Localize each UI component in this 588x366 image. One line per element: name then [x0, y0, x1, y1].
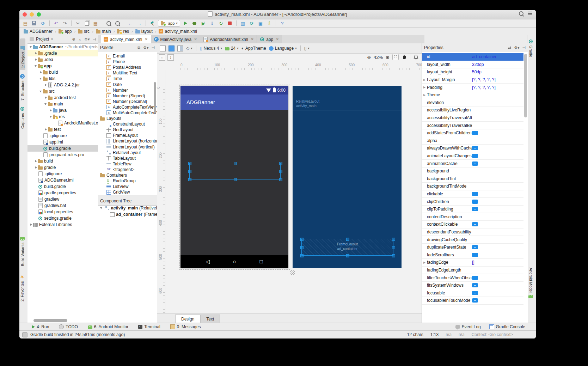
boolean-toggle[interactable]: –	[472, 192, 478, 196]
tree-expand-icon[interactable]	[34, 165, 38, 170]
property-value[interactable]: 320dp	[472, 62, 484, 67]
notifications-bell-icon[interactable]	[413, 54, 419, 60]
zoom-out-icon[interactable]: ⊖	[367, 55, 371, 60]
property-row[interactable]: filterTouchesWhenObscured–	[422, 274, 523, 282]
run-button[interactable]	[183, 20, 189, 26]
project-tree-item[interactable]: .idea	[27, 56, 98, 63]
property-value[interactable]: 50dp	[472, 69, 482, 74]
property-expand-icon[interactable]: ▶	[422, 93, 427, 97]
project-tree-item[interactable]: libs	[27, 75, 98, 82]
toolwindow-button[interactable]: 6: Android Monitor	[88, 324, 128, 329]
toolwindow-toggle-icon[interactable]	[22, 332, 27, 337]
chevron-down-icon[interactable]: ▾	[51, 37, 53, 41]
horizontal-scrollbar[interactable]	[33, 319, 67, 322]
vertical-scrollbar[interactable]	[524, 54, 527, 117]
selection-handle[interactable]	[188, 178, 191, 181]
preview-icon[interactable]: ⧉	[137, 45, 140, 50]
sdk-button[interactable]: ⇩	[266, 20, 272, 26]
close-tab-icon[interactable]: ✕	[194, 37, 197, 42]
property-row[interactable]: focusableInTouchMode–	[422, 297, 523, 305]
property-row[interactable]: idad_container	[422, 53, 523, 61]
tree-expand-icon[interactable]	[34, 64, 38, 68]
vertical-scrollbar[interactable]	[154, 82, 156, 113]
canvas-resize-grip[interactable]	[290, 270, 295, 275]
tree-expand-icon[interactable]	[29, 45, 33, 49]
property-value[interactable]: [?, ?, ?, ?, ?]	[472, 85, 496, 90]
tree-expand-icon[interactable]	[34, 51, 38, 55]
device-content-area[interactable]	[180, 110, 288, 255]
selection-handle[interactable]	[392, 238, 395, 241]
zoom-fit-icon[interactable]: ⛶	[392, 54, 399, 60]
palette-item[interactable]: FrameLayout	[98, 133, 157, 138]
project-tree-item[interactable]: androidTest	[27, 94, 98, 101]
selection-handle[interactable]	[346, 238, 349, 241]
save-button[interactable]	[31, 20, 37, 26]
project-tree-item[interactable]: AndroidManifest.xml	[27, 120, 98, 126]
palette-item[interactable]: Containers	[98, 172, 157, 178]
property-value[interactable]: ad_container	[472, 54, 496, 59]
selection-handle[interactable]	[279, 178, 282, 181]
apply-changes-button[interactable]: ⇓	[209, 20, 215, 26]
context-indicator[interactable]: Context: <no context>	[472, 332, 513, 337]
copy-button[interactable]	[84, 20, 90, 26]
design-view-icon[interactable]	[160, 45, 166, 51]
tree-expand-icon[interactable]	[39, 89, 43, 93]
project-tree-item[interactable]: build.gradle	[27, 183, 98, 190]
build-button[interactable]	[149, 20, 155, 26]
property-row[interactable]: accessibilityLiveRegion	[422, 106, 523, 114]
toolwindow-button[interactable]: 0: Messages	[170, 324, 201, 329]
tool-strip-button[interactable]: 2: Favorites★	[20, 269, 24, 301]
close-tab-icon[interactable]: ✕	[145, 37, 148, 42]
component-tree-header[interactable]: Component Tree	[98, 197, 157, 206]
editor-tab[interactable]: activity_main.xml✕	[101, 35, 151, 43]
toolwindow-button[interactable]: TODO	[59, 324, 78, 329]
boolean-toggle[interactable]: –	[472, 298, 478, 303]
device-design-preview[interactable]: 6:00 ADGBanner ◁ ○ □	[180, 86, 288, 268]
boolean-toggle[interactable]: –	[472, 161, 478, 166]
property-row[interactable]: ▶fadingEdge[]	[422, 259, 523, 267]
palette-item[interactable]: Date	[98, 81, 157, 87]
boolean-toggle[interactable]: –	[472, 283, 478, 287]
design-surface[interactable]: ◇▾▯Nexus 4▾24▾◐AppThemeLanguage▾▯▾ ↔ ↕ ⊖…	[157, 43, 422, 313]
tree-expand-icon[interactable]	[49, 115, 53, 119]
selection-handle[interactable]	[279, 170, 282, 173]
gear-icon[interactable]: ⚙▾	[514, 45, 519, 50]
project-tree-item[interactable]: ADGBanner.iml	[27, 177, 98, 183]
toolwindow-button[interactable]: Event Log	[455, 324, 481, 329]
close-tab-icon[interactable]: ✕	[251, 37, 254, 42]
project-tree-item[interactable]: ADG-2.4.2.jar	[27, 82, 98, 88]
tree-expand-icon[interactable]	[34, 57, 38, 62]
close-tab-icon[interactable]: ✕	[276, 37, 279, 42]
project-tree-item[interactable]: External Libraries	[27, 221, 98, 228]
gear-icon[interactable]: ⚙▾	[143, 45, 148, 50]
api-level-selector[interactable]: 24▾	[225, 46, 239, 51]
undo-button[interactable]: ↶	[53, 20, 59, 26]
forward-button[interactable]: →	[136, 20, 142, 26]
property-row[interactable]: contextClickable–	[422, 221, 523, 228]
pan-hand-icon[interactable]	[402, 54, 407, 60]
find-button[interactable]	[105, 20, 112, 26]
project-tree-item[interactable]: gradlew.bat	[27, 202, 98, 209]
line-separator-indicator[interactable]: n/a	[446, 332, 452, 337]
tree-expand-icon[interactable]	[29, 222, 33, 227]
project-tree-item[interactable]: local.properties	[27, 209, 98, 215]
property-row[interactable]: layout_height50dp	[422, 68, 523, 76]
palette-item[interactable]: AutoCompleteTextView	[98, 104, 157, 110]
tree-expand-icon[interactable]	[44, 127, 48, 132]
sync-button[interactable]: ⟳	[40, 20, 46, 26]
property-row[interactable]: addStatesFromChildren–	[422, 129, 523, 137]
project-tree-item[interactable]: settings.gradle	[27, 215, 98, 221]
devices-button[interactable]: ▣	[257, 20, 264, 26]
tool-strip-button[interactable]: Gradle	[528, 39, 533, 64]
tree-expand-icon[interactable]	[44, 96, 48, 100]
match-width-icon[interactable]: ↔	[159, 54, 165, 61]
palette-item[interactable]: <fragment>	[98, 167, 157, 172]
boolean-toggle[interactable]: –	[472, 253, 478, 257]
project-tree-item[interactable]: build	[27, 158, 98, 164]
tool-strip-button[interactable]: Captures	[20, 104, 25, 129]
property-row[interactable]: backgroundTintMode	[422, 183, 523, 190]
project-tree-item[interactable]: src	[27, 88, 98, 94]
palette-item[interactable]: Time	[98, 76, 157, 81]
palette-item[interactable]: Number (Signed)	[98, 93, 157, 99]
palette-item[interactable]: E-mail	[98, 53, 157, 59]
